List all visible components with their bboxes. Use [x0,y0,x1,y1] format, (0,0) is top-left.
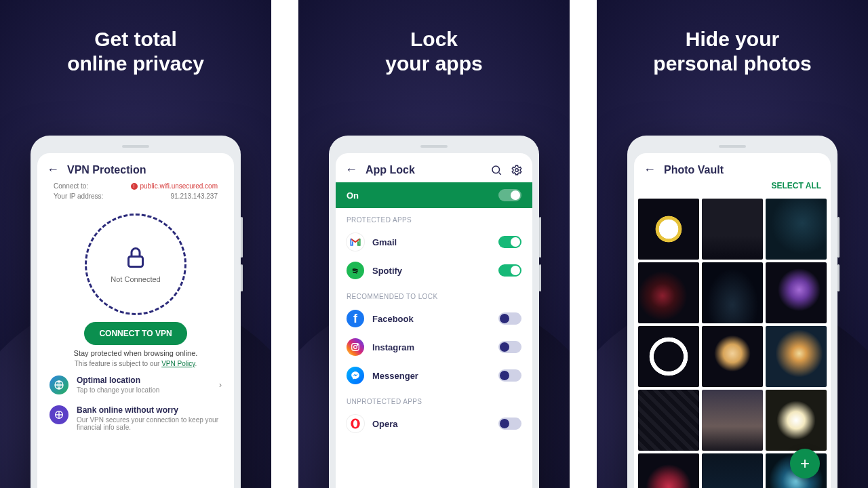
app-row-instagram: Instagram [336,333,532,361]
app-row-gmail: Gmail [336,228,532,256]
ip-label: Your IP address: [54,192,103,200]
feature-sub: Our VPN secures your connection to keep … [77,416,222,431]
phone-frame: ← Photo Vault SELECT ALL [627,136,837,488]
back-icon[interactable]: ← [644,163,656,177]
ip-value: 91.213.143.237 [170,192,218,200]
photo-thumb[interactable] [702,390,763,451]
master-switch-bar[interactable]: On [336,182,532,208]
photo-thumb[interactable] [702,326,763,387]
vpn-policy-link[interactable]: VPN Policy [161,360,195,367]
instagram-icon [347,338,364,356]
app-toggle[interactable] [498,264,521,277]
panel-heading: Hide your personal photos [597,27,868,76]
plus-icon: + [800,454,810,473]
phone-frame: ← App Lock On PROTECTED APPS Gmail [329,136,539,488]
photo-thumb[interactable] [638,326,699,387]
photo-thumb[interactable] [766,199,827,260]
promo-panel-applock: Lock your apps ← App Lock On PROTECTED A… [298,0,570,488]
screen-title: App Lock [366,164,482,176]
svg-point-4 [515,168,519,171]
photo-thumb[interactable] [702,199,763,260]
app-label: Messenger [372,371,490,381]
photo-thumb[interactable] [638,262,699,323]
shield-globe-icon [50,405,68,424]
panel-heading: Get total online privacy [0,27,271,76]
section-recommended: RECOMMENDED TO LOCK [336,285,532,304]
svg-point-7 [357,344,358,345]
spotify-icon [347,262,364,279]
app-toggle[interactable] [498,369,521,382]
app-label: Gmail [372,237,490,247]
app-label: Facebook [372,314,490,324]
promo-panel-vault: Hide your personal photos ← Photo Vault … [597,0,868,488]
app-toggle[interactable] [498,341,521,353]
add-photo-fab[interactable]: + [790,449,820,479]
photo-thumb[interactable] [638,199,699,260]
feature-title: Optimal location [77,375,211,385]
photo-thumb[interactable] [766,390,827,451]
feature-title: Bank online without worry [77,405,222,415]
app-label: Spotify [372,266,490,276]
feature-sub: Tap to change your location [77,386,211,394]
app-toggle[interactable] [498,236,521,248]
warning-icon: ! [131,183,138,190]
feature-bank-online[interactable]: Bank online without worry Our VPN secure… [37,397,234,434]
photo-grid [634,195,831,488]
photo-thumb[interactable] [702,453,763,488]
app-label: Instagram [372,342,490,352]
app-row-spotify: Spotify [336,256,532,285]
back-icon[interactable]: ← [47,163,59,177]
photo-thumb[interactable] [638,453,699,488]
connect-to-label: Connect to: [54,182,88,190]
master-toggle[interactable] [498,189,521,201]
gear-icon[interactable] [511,164,523,176]
chevron-right-icon: › [219,380,222,390]
photo-thumb[interactable] [766,326,827,387]
svg-point-6 [354,346,357,349]
app-row-opera: Opera [336,409,532,438]
photo-thumb[interactable] [766,262,827,323]
photo-thumb[interactable] [638,390,699,451]
vpn-status-circle: Not Connected [85,214,186,315]
app-label: Opera [372,419,490,429]
screen-title: VPN Protection [67,164,224,176]
connect-to-value: ! public.wifi.unsecured.com [131,182,218,190]
photo-thumb[interactable] [702,262,763,323]
svg-point-3 [492,166,500,174]
panel-heading: Lock your apps [298,27,570,76]
select-all-button[interactable]: SELECT ALL [771,181,821,190]
screen-title: Photo Vault [664,164,821,176]
section-unprotected: UNPROTECTED APPS [336,390,532,409]
facebook-icon: f [347,310,364,327]
gmail-icon [347,233,364,251]
vpn-subtext: Stay protected when browsing online. [51,349,220,357]
back-icon[interactable]: ← [345,163,357,177]
opera-icon [347,415,364,432]
search-icon[interactable] [490,164,502,176]
section-protected: PROTECTED APPS [336,208,532,228]
app-row-facebook: f Facebook [336,304,532,333]
feature-optimal-location[interactable]: Optimal location Tap to change your loca… [37,367,234,397]
vpn-policy-line: This feature is subject to our VPN Polic… [37,360,234,367]
globe-icon [50,375,68,394]
app-toggle[interactable] [498,312,521,325]
connect-vpn-button[interactable]: CONNECT TO VPN [84,322,186,345]
on-label: On [347,190,359,201]
svg-point-9 [353,420,357,428]
promo-panel-vpn: Get total online privacy ← VPN Protectio… [0,0,271,488]
phone-frame: ← VPN Protection Connect to: ! public.wi… [31,136,241,488]
messenger-icon [347,367,364,384]
app-row-messenger: Messenger [336,361,532,390]
app-toggle[interactable] [498,418,521,430]
